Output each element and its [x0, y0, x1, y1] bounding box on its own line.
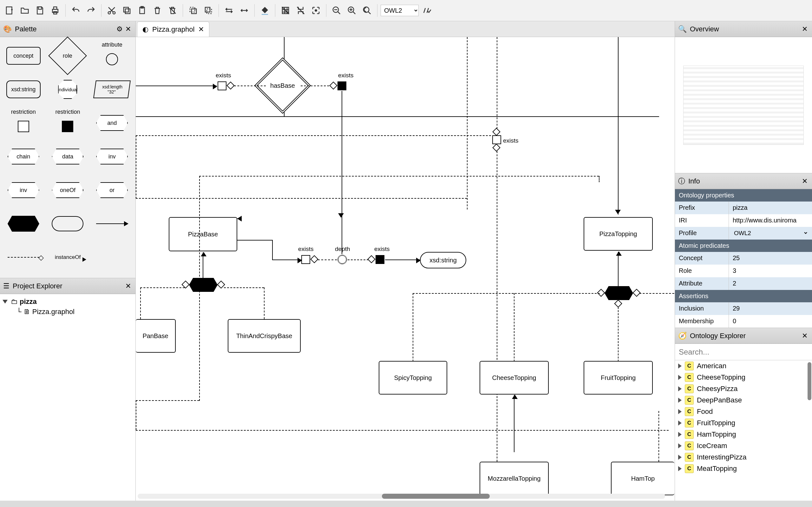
- ont-item[interactable]: CHamTopping: [675, 429, 812, 440]
- pal-chain[interactable]: chain: [3, 142, 44, 171]
- node-range-restriction-2[interactable]: [375, 255, 385, 264]
- node-domain-restriction-1[interactable]: [217, 81, 226, 90]
- ont-item[interactable]: CMeatTopping: [675, 463, 812, 474]
- pal-or[interactable]: or: [92, 176, 132, 205]
- pal-role[interactable]: role: [48, 42, 88, 70]
- pal-oneof[interactable]: oneOf: [48, 176, 88, 205]
- ont-item[interactable]: CIceCream: [675, 440, 812, 452]
- grid-button[interactable]: [278, 3, 293, 17]
- clear-button[interactable]: [165, 3, 180, 17]
- zoom-in-button[interactable]: [345, 3, 359, 17]
- chevron-right-icon[interactable]: [678, 466, 681, 471]
- pal-inclusion-edge[interactable]: [92, 210, 132, 238]
- canvas-hscrollbar[interactable]: [138, 494, 665, 499]
- ontology-explorer-close-icon[interactable]: ✕: [801, 332, 809, 340]
- chevron-right-icon[interactable]: [678, 455, 681, 460]
- paste-button[interactable]: [135, 3, 149, 17]
- node-disjoint-union-2[interactable]: [605, 286, 633, 300]
- pal-pill[interactable]: [48, 210, 88, 238]
- pal-concept[interactable]: concept: [3, 42, 44, 70]
- open-button[interactable]: [18, 3, 32, 17]
- delete-button[interactable]: [150, 3, 164, 17]
- node-range-restriction-1[interactable]: [338, 81, 346, 90]
- ontology-list[interactable]: CAmerican CCheeseTopping CCheesyPizza CD…: [675, 360, 812, 501]
- project-explorer-close-icon[interactable]: ✕: [124, 282, 132, 290]
- chevron-right-icon[interactable]: [678, 443, 681, 448]
- node-PizzaBase[interactable]: PizzaBase: [169, 217, 237, 251]
- chevron-right-icon[interactable]: [678, 409, 681, 414]
- overview-minimap[interactable]: [675, 37, 812, 173]
- center-button[interactable]: [309, 3, 323, 17]
- node-domain-restriction-2[interactable]: [301, 255, 310, 264]
- pal-value-domain[interactable]: xsd:string: [3, 75, 44, 104]
- chevron-right-icon[interactable]: [678, 398, 681, 403]
- chevron-right-icon[interactable]: [678, 375, 681, 380]
- project-file[interactable]: └ 🗎 Pizza.graphol: [2, 307, 134, 317]
- cut-button[interactable]: [105, 3, 119, 17]
- ontology-search-input[interactable]: [675, 344, 812, 360]
- tab-close-icon[interactable]: ✕: [198, 25, 204, 34]
- bring-front-button[interactable]: [186, 3, 200, 17]
- node-MozzarellaTopping[interactable]: MozzarellaTopping: [479, 462, 549, 495]
- ontology-vscrollbar[interactable]: [808, 362, 811, 400]
- pal-range-restriction[interactable]: restriction: [48, 109, 88, 137]
- editor-tab[interactable]: ◐ Pizza.graphol ✕: [137, 21, 209, 37]
- undo-button[interactable]: [69, 3, 83, 17]
- node-CheeseTopping[interactable]: CheeseTopping: [479, 361, 549, 395]
- print-button[interactable]: [48, 3, 62, 17]
- swap-h-button[interactable]: [222, 3, 236, 17]
- ont-item[interactable]: CInterestingPizza: [675, 452, 812, 463]
- snap-button[interactable]: [294, 3, 308, 17]
- fill-color-button[interactable]: [258, 3, 272, 17]
- pal-input-edge[interactable]: [3, 243, 44, 272]
- palette-close-icon[interactable]: ✕: [124, 25, 132, 33]
- pal-and[interactable]: and: [92, 109, 132, 137]
- new-file-button[interactable]: [3, 3, 16, 17]
- pal-instanceof-edge[interactable]: instanceOf: [48, 243, 88, 272]
- hscroll-thumb[interactable]: [382, 494, 490, 499]
- info-profile-select[interactable]: OWL2: [733, 229, 808, 237]
- ont-item[interactable]: CDeepPanBase: [675, 395, 812, 406]
- ont-item[interactable]: CCheesyPizza: [675, 383, 812, 395]
- profile-select[interactable]: OWL2: [380, 5, 419, 16]
- palette-settings-icon[interactable]: ⚙: [115, 25, 124, 33]
- pal-individual[interactable]: individual: [48, 75, 88, 104]
- node-PanBase[interactable]: PanBase: [136, 319, 176, 353]
- chevron-right-icon[interactable]: [678, 386, 681, 391]
- node-PizzaTopping[interactable]: PizzaTopping: [583, 217, 653, 250]
- ont-item[interactable]: CFruitTopping: [675, 417, 812, 429]
- ont-item[interactable]: CCheeseTopping: [675, 372, 812, 383]
- node-ThinAndCrispyBase[interactable]: ThinAndCrispyBase: [228, 319, 301, 353]
- ont-item[interactable]: CFood: [675, 406, 812, 417]
- info-close-icon[interactable]: ✕: [801, 177, 809, 185]
- pal-black-hex[interactable]: [3, 210, 44, 238]
- ont-item[interactable]: CAmerican: [675, 360, 812, 372]
- chevron-right-icon[interactable]: [678, 420, 681, 426]
- send-back-button[interactable]: [201, 3, 215, 17]
- node-xsdstring[interactable]: xsd:string: [420, 252, 466, 268]
- node-disjoint-union-1[interactable]: [189, 278, 217, 292]
- pal-data[interactable]: data: [48, 142, 88, 171]
- node-SpicyTopping[interactable]: SpicyTopping: [379, 361, 447, 395]
- pal-inv[interactable]: inv: [92, 142, 132, 171]
- chevron-right-icon[interactable]: [678, 363, 681, 369]
- redo-button[interactable]: [84, 3, 98, 17]
- zoom-out-button[interactable]: [329, 3, 344, 17]
- chevron-right-icon[interactable]: [678, 432, 681, 437]
- node-FruitTopping[interactable]: FruitTopping: [583, 361, 653, 395]
- syntax-check-button[interactable]: [420, 3, 434, 17]
- project-root[interactable]: 🗀 pizza: [2, 297, 134, 307]
- copy-button[interactable]: [120, 3, 134, 17]
- disclosure-icon[interactable]: [3, 300, 8, 303]
- resize-h-button[interactable]: [237, 3, 251, 17]
- pal-inv2[interactable]: inv: [3, 176, 44, 205]
- pal-domain-restriction[interactable]: restriction: [3, 109, 44, 137]
- node-domain-restriction-3[interactable]: [492, 135, 501, 144]
- pal-facet[interactable]: xsd:length"32": [92, 75, 132, 104]
- zoom-reset-button[interactable]: [360, 3, 374, 17]
- node-HamTopping[interactable]: HamTop: [611, 462, 674, 495]
- diagram-canvas[interactable]: hasBase exists exists PizzaBase: [136, 37, 675, 501]
- node-attribute-depth[interactable]: [338, 255, 347, 264]
- pal-attribute[interactable]: attribute: [92, 42, 132, 70]
- save-button[interactable]: [33, 3, 47, 17]
